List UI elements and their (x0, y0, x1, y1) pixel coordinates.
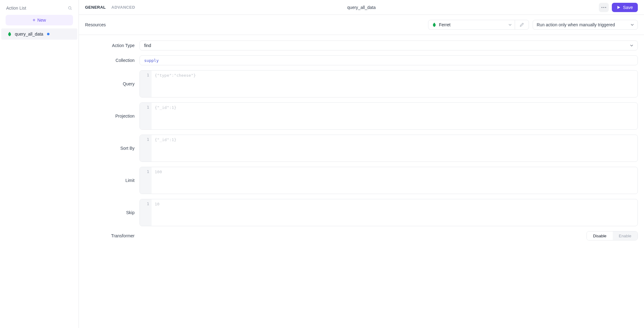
action-type-select[interactable]: find (140, 41, 638, 50)
label-limit: Limit (85, 178, 135, 183)
gutter: 1 (140, 167, 152, 194)
trigger-select-value: Run action only when manually triggered (537, 22, 615, 27)
row-action-type: Action Type find (85, 41, 638, 50)
query-placeholder: {"type":"cheese"} (152, 71, 638, 97)
svg-point-2 (602, 7, 603, 8)
gutter: 1 (140, 199, 152, 226)
row-transformer: Transformer Disable Enable (85, 231, 638, 240)
label-collection: Collection (85, 58, 135, 63)
skip-placeholder: 10 (152, 199, 638, 226)
transformer-enable-button[interactable]: Enable (613, 231, 638, 240)
row-sort-by: Sort By 1 {"_id":1} (85, 135, 638, 162)
projection-editor[interactable]: 1 {"_id":1} (140, 102, 638, 130)
label-transformer: Transformer (85, 233, 135, 238)
save-button[interactable]: Save (612, 3, 638, 12)
resources-row: Resources Ferret Run action only when (79, 15, 644, 35)
resource-segment: Ferret (428, 20, 529, 30)
gutter: 1 (140, 135, 152, 162)
sidebar-header: Action List (0, 0, 79, 15)
transformer-toggle: Disable Enable (586, 231, 638, 240)
search-icon[interactable] (67, 5, 73, 11)
row-collection: Collection supply (85, 55, 638, 65)
resources-label: Resources (85, 22, 106, 27)
row-projection: Projection 1 {"_id":1} (85, 102, 638, 130)
svg-line-1 (71, 9, 72, 10)
mongodb-icon (7, 32, 12, 36)
tabs: GENERAL ADVANCED (85, 3, 135, 11)
topbar: GENERAL ADVANCED query_all_data Save (79, 0, 644, 15)
row-limit: Limit 1 100 (85, 167, 638, 194)
chevron-down-icon (509, 24, 512, 26)
modified-indicator-icon (47, 33, 49, 35)
mongodb-icon (432, 23, 436, 27)
svg-point-4 (605, 7, 606, 8)
gutter: 1 (140, 103, 152, 129)
ellipsis-icon (601, 7, 606, 8)
gutter: 1 (140, 71, 152, 97)
label-query: Query (85, 81, 135, 86)
action-list-item[interactable]: query_all_data (1, 28, 77, 40)
tab-general[interactable]: GENERAL (85, 3, 106, 11)
play-icon (617, 6, 620, 9)
projection-placeholder: {"_id":1} (152, 103, 638, 129)
label-action-type: Action Type (85, 43, 135, 48)
new-button-label: New (37, 18, 46, 23)
chevron-down-icon (630, 45, 633, 46)
sidebar: Action List + New query_all_data (0, 0, 79, 328)
skip-editor[interactable]: 1 10 (140, 199, 638, 226)
resource-select-value: Ferret (439, 22, 450, 27)
action-item-name: query_all_data (15, 32, 43, 37)
query-editor[interactable]: 1 {"type":"cheese"} (140, 70, 638, 97)
collection-value: supply (144, 58, 159, 63)
main-panel: GENERAL ADVANCED query_all_data Save Res… (79, 0, 644, 328)
resource-select[interactable]: Ferret (428, 20, 515, 29)
action-type-value: find (144, 43, 151, 48)
limit-placeholder: 100 (152, 167, 638, 194)
limit-editor[interactable]: 1 100 (140, 167, 638, 194)
edit-resource-button[interactable] (515, 20, 529, 29)
page-title: query_all_data (347, 5, 376, 10)
sort-by-placeholder: {"_id":1} (152, 135, 638, 162)
more-button[interactable] (599, 3, 609, 12)
sort-by-editor[interactable]: 1 {"_id":1} (140, 135, 638, 162)
collection-input[interactable]: supply (140, 55, 638, 65)
row-skip: Skip 1 10 (85, 199, 638, 226)
label-projection: Projection (85, 114, 135, 119)
svg-point-0 (68, 6, 71, 9)
transformer-disable-button[interactable]: Disable (587, 231, 612, 240)
trigger-select[interactable]: Run action only when manually triggered (533, 20, 638, 30)
row-query: Query 1 {"type":"cheese"} (85, 70, 638, 97)
tab-advanced[interactable]: ADVANCED (111, 3, 135, 11)
label-skip: Skip (85, 210, 135, 215)
form: Action Type find Collection supply Query… (79, 35, 644, 246)
new-action-button[interactable]: + New (6, 15, 73, 25)
save-button-label: Save (623, 5, 633, 10)
chevron-down-icon (631, 24, 634, 26)
plus-icon: + (32, 18, 35, 23)
sidebar-title: Action List (6, 6, 26, 11)
svg-point-3 (603, 7, 604, 8)
pencil-icon (520, 23, 524, 27)
top-actions: Save (599, 3, 638, 12)
label-sort-by: Sort By (85, 146, 135, 151)
